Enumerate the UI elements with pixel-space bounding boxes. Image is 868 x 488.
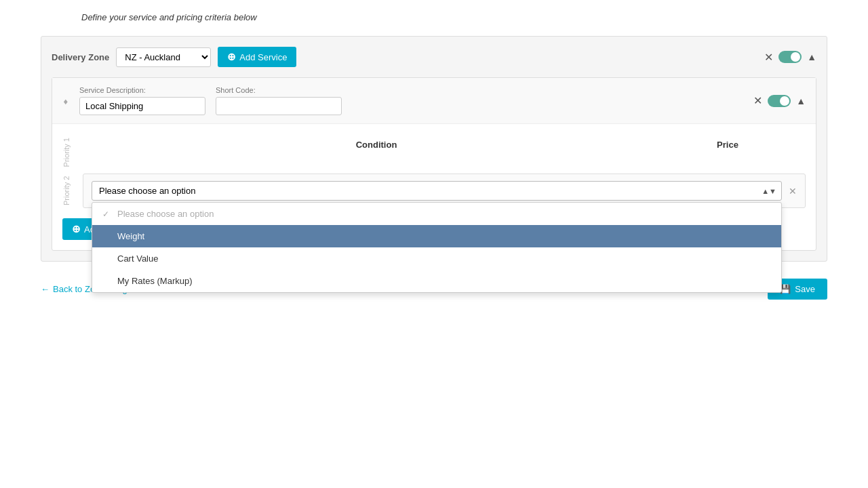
dropdown-my-rates-item[interactable]: My Rates (Markup) (92, 270, 781, 292)
service-description-group: Service Description: (79, 86, 205, 115)
dropdown-placeholder-item[interactable]: ✓ Please choose an option (92, 203, 781, 225)
add-service-label: Add Service (239, 52, 287, 62)
criteria-table-header: Condition Price (83, 134, 806, 155)
service-header-right: ✕ ▲ (753, 94, 806, 107)
dropdown-weight-item[interactable]: Weight (92, 225, 781, 247)
priority-2-section: Priority 2 Please choose an option Weigh… (62, 174, 806, 208)
toggle-knob (791, 52, 800, 62)
service-toggle[interactable] (768, 95, 791, 107)
condition-header: Condition (93, 140, 660, 150)
service-panel: ⬧ Service Description: Short Code: ✕ ▲ P (52, 77, 816, 251)
zone-header: Delivery Zone NZ - Auckland NZ - Welling… (52, 47, 816, 67)
service-collapse-icon[interactable]: ▲ (796, 96, 806, 106)
zone-toggle[interactable] (778, 51, 802, 63)
outer-panel: Delivery Zone NZ - Auckland NZ - Welling… (41, 36, 827, 262)
service-header: ⬧ Service Description: Short Code: ✕ ▲ (52, 78, 816, 124)
short-code-group: Short Code: (216, 86, 342, 115)
zone-select[interactable]: NZ - Auckland NZ - Wellington NZ - Chris… (116, 47, 211, 67)
drag-handle-icon[interactable]: ⬧ (62, 95, 69, 107)
criteria-row-delete-icon[interactable]: ✕ (789, 186, 797, 197)
dropdown-my-rates-text: My Rates (Markup) (117, 276, 193, 286)
plus-icon: ⊕ (227, 51, 236, 63)
dropdown-cart-value-item[interactable]: Cart Value (92, 247, 781, 270)
priority-1-label: Priority 1 (62, 134, 76, 170)
service-close-icon[interactable]: ✕ (753, 94, 762, 107)
add-criteria-plus-icon: ⊕ (72, 223, 81, 235)
zone-label: Delivery Zone (52, 52, 109, 62)
service-body: Priority 1 Condition Price Priority 2 Pl… (52, 124, 816, 250)
short-code-input[interactable] (216, 97, 342, 115)
criteria-condition-select[interactable]: Please choose an option Weight Cart Valu… (92, 181, 782, 201)
page-subtitle: Define your service and pricing criteria… (0, 0, 868, 29)
price-header: Price (660, 140, 795, 150)
service-toggle-knob (780, 96, 789, 106)
dropdown-cart-value-text: Cart Value (117, 253, 158, 264)
dropdown-placeholder-text: Please choose an option (117, 209, 214, 219)
header-right: ✕ ▲ (764, 51, 816, 64)
short-code-label: Short Code: (216, 86, 342, 94)
criteria-row: Please choose an option Weight Cart Valu… (83, 174, 806, 208)
priority-2-label: Priority 2 (62, 174, 76, 208)
zone-close-icon[interactable]: ✕ (764, 51, 773, 64)
criteria-select-wrapper: Please choose an option Weight Cart Valu… (92, 181, 782, 201)
dropdown-weight-text: Weight (117, 231, 144, 241)
service-description-input[interactable] (79, 97, 205, 115)
service-description-label: Service Description: (79, 86, 205, 94)
add-service-button[interactable]: ⊕ Add Service (218, 47, 296, 67)
save-label: Save (795, 284, 815, 294)
priority-1-section: Priority 1 Condition Price (62, 134, 806, 170)
dropdown-overlay: ✓ Please choose an option Weight Cart Va… (92, 202, 782, 293)
zone-collapse-icon[interactable]: ▲ (807, 52, 816, 62)
back-arrow-icon: ← (41, 284, 50, 294)
priority-1-content: Condition Price (83, 134, 806, 170)
placeholder-check-icon: ✓ (102, 209, 112, 219)
